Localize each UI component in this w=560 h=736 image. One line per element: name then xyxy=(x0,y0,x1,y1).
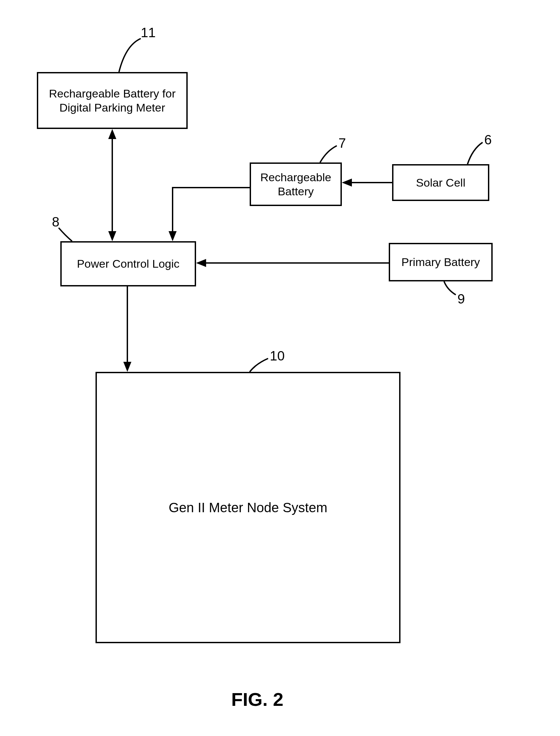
block-label: Primary Battery xyxy=(401,255,480,269)
block-label: Power Control Logic xyxy=(77,257,179,271)
block-rechargeable-battery: RechargeableBattery xyxy=(250,162,342,206)
block-gen2-meter-node-system: Gen II Meter Node System xyxy=(96,372,400,643)
block-power-control-logic: Power Control Logic xyxy=(60,241,196,286)
ref-number-11: 11 xyxy=(141,25,156,40)
diagram-canvas: Rechargeable Battery forDigital Parking … xyxy=(0,0,560,736)
block-label: Solar Cell xyxy=(416,176,465,190)
arrow-primary-to-pcl-head xyxy=(196,259,206,267)
block-rechargeable-battery-meter: Rechargeable Battery forDigital Parking … xyxy=(37,72,188,129)
figure-caption: FIG. 2 xyxy=(231,688,284,710)
ref-number-10: 10 xyxy=(270,348,285,363)
block-label: RechargeableBattery xyxy=(260,170,331,199)
arrow-rbatt-to-pcl-line xyxy=(173,188,250,235)
ref-number-8: 8 xyxy=(52,214,59,229)
ref-number-9: 9 xyxy=(457,291,465,307)
block-label: Rechargeable Battery forDigital Parking … xyxy=(49,86,176,115)
leader-7 xyxy=(320,146,337,162)
leader-9 xyxy=(444,281,456,295)
leader-11 xyxy=(119,39,141,72)
block-label: Gen II Meter Node System xyxy=(169,499,327,516)
ref-number-7: 7 xyxy=(338,136,346,151)
leader-8 xyxy=(59,228,72,241)
block-solar-cell: Solar Cell xyxy=(392,164,489,201)
arrow-pcl-to-gen2-head xyxy=(123,362,131,372)
leader-10 xyxy=(250,358,268,372)
arrow-pcl-to-meter-battery-head-down xyxy=(108,231,116,241)
leader-6 xyxy=(468,142,483,164)
arrow-solar-to-battery-head xyxy=(342,179,352,187)
arrow-pcl-to-meter-battery-head-up xyxy=(108,129,116,139)
ref-number-6: 6 xyxy=(484,132,492,147)
block-primary-battery: Primary Battery xyxy=(389,243,493,281)
arrow-rbatt-to-pcl-head xyxy=(169,231,177,241)
